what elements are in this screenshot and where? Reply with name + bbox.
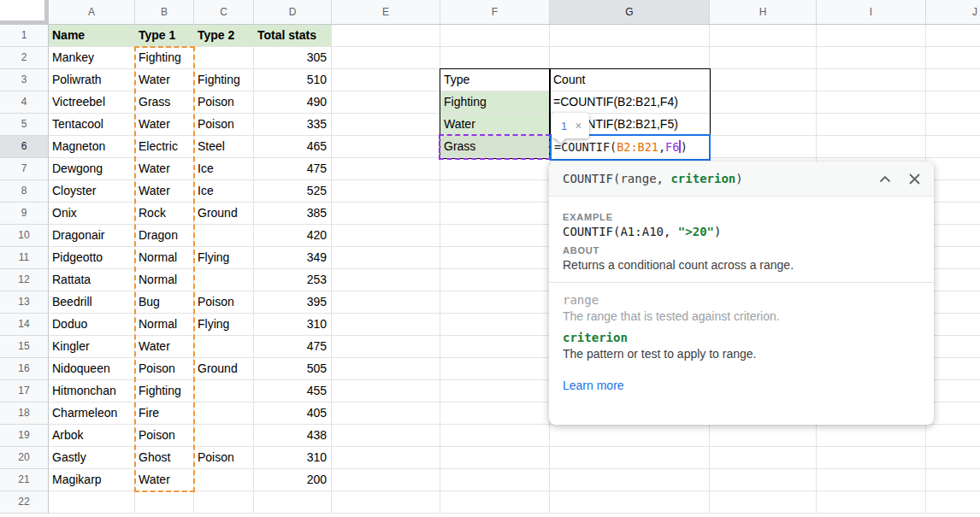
row-header-13[interactable]: 13 <box>0 291 49 314</box>
cell-D17[interactable]: 455 <box>254 380 332 402</box>
cell-F13[interactable] <box>440 291 550 314</box>
column-header-G[interactable]: G <box>550 0 710 25</box>
cell-J17[interactable] <box>926 380 980 402</box>
cell-E9[interactable] <box>332 203 440 225</box>
row-header-20[interactable]: 20 <box>0 447 49 469</box>
row-header-12[interactable]: 12 <box>0 269 49 291</box>
cell-C4[interactable]: Poison <box>194 91 254 114</box>
row-header-2[interactable]: 2 <box>0 47 49 69</box>
cell-J3[interactable] <box>926 69 980 91</box>
cell-F10[interactable] <box>440 225 550 247</box>
cell-F11[interactable] <box>440 247 550 269</box>
column-header-F[interactable]: F <box>440 0 550 25</box>
cell-H19[interactable] <box>710 425 817 447</box>
cell-D6[interactable]: 465 <box>254 136 332 158</box>
cell-E12[interactable] <box>332 269 440 291</box>
cell-J9[interactable] <box>926 203 980 225</box>
row-header-21[interactable]: 21 <box>0 469 49 491</box>
cell-I3[interactable] <box>817 69 926 91</box>
cell-F19[interactable] <box>440 425 550 447</box>
cell-C22[interactable] <box>194 491 254 514</box>
cell-B11[interactable]: Normal <box>135 247 194 269</box>
row-header-6[interactable]: 6 <box>0 136 49 158</box>
row-header-1[interactable]: 1 <box>0 25 49 47</box>
cell-D3[interactable]: 510 <box>254 69 332 91</box>
cell-B12[interactable]: Normal <box>135 269 194 291</box>
cell-E8[interactable] <box>332 180 440 203</box>
cell-B19[interactable]: Poison <box>135 425 194 447</box>
row-header-7[interactable]: 7 <box>0 158 49 180</box>
row-header-16[interactable]: 16 <box>0 358 49 380</box>
cell-I22[interactable] <box>817 491 926 514</box>
cell-C15[interactable] <box>194 336 254 358</box>
cell-B5[interactable]: Water <box>135 114 194 136</box>
cell-E22[interactable] <box>332 491 440 514</box>
cell-C8[interactable]: Ice <box>194 180 254 203</box>
cell-I19[interactable] <box>817 425 926 447</box>
cell-H6[interactable] <box>710 136 817 158</box>
cell-J20[interactable] <box>926 447 980 469</box>
cell-G19[interactable] <box>550 425 710 447</box>
cell-A16[interactable]: Nidoqueen <box>49 358 135 380</box>
cell-J15[interactable] <box>926 336 980 358</box>
cell-E2[interactable] <box>332 47 440 69</box>
cell-A7[interactable]: Dewgong <box>49 158 135 180</box>
cell-A21[interactable]: Magikarp <box>49 469 135 491</box>
cell-J11[interactable] <box>926 247 980 269</box>
cell-F18[interactable] <box>440 402 550 425</box>
cell-C5[interactable]: Poison <box>194 114 254 136</box>
cell-F5[interactable]: Water <box>440 114 550 136</box>
cell-B7[interactable]: Water <box>135 158 194 180</box>
column-header-D[interactable]: D <box>254 0 332 25</box>
cell-C18[interactable] <box>194 402 254 425</box>
cell-H1[interactable] <box>710 25 817 47</box>
cell-J5[interactable] <box>926 114 980 136</box>
collapse-chevron-up-icon[interactable] <box>877 171 893 186</box>
close-icon[interactable] <box>906 171 922 186</box>
cell-B6[interactable]: Electric <box>135 136 194 158</box>
row-header-9[interactable]: 9 <box>0 203 49 225</box>
cell-G2[interactable] <box>550 47 710 69</box>
cell-E19[interactable] <box>332 425 440 447</box>
cell-D7[interactable]: 475 <box>254 158 332 180</box>
cell-G4[interactable]: =COUNTIF(B2:B21,F4) <box>550 91 710 114</box>
cell-D4[interactable]: 490 <box>254 91 332 114</box>
cell-C14[interactable]: Flying <box>194 314 254 336</box>
column-header-J[interactable]: J <box>926 0 980 25</box>
cell-E11[interactable] <box>332 247 440 269</box>
cell-F17[interactable] <box>440 380 550 402</box>
cell-J7[interactable] <box>926 158 980 180</box>
cell-B21[interactable]: Water <box>135 469 194 491</box>
cell-H5[interactable] <box>710 114 817 136</box>
cell-F3[interactable]: Type <box>440 69 550 91</box>
row-header-15[interactable]: 15 <box>0 336 49 358</box>
cell-A11[interactable]: Pidgeotto <box>49 247 135 269</box>
cell-C13[interactable]: Poison <box>194 291 254 314</box>
cell-H3[interactable] <box>710 69 817 91</box>
cell-I20[interactable] <box>817 447 926 469</box>
cell-J4[interactable] <box>926 91 980 114</box>
cell-I6[interactable] <box>817 136 926 158</box>
cell-B16[interactable]: Poison <box>135 358 194 380</box>
cell-J2[interactable] <box>926 47 980 69</box>
cell-B4[interactable]: Grass <box>135 91 194 114</box>
row-header-22[interactable]: 22 <box>0 491 49 514</box>
cell-I4[interactable] <box>817 91 926 114</box>
cell-B20[interactable]: Ghost <box>135 447 194 469</box>
cell-H2[interactable] <box>710 47 817 69</box>
cell-B10[interactable]: Dragon <box>135 225 194 247</box>
cell-B15[interactable]: Water <box>135 336 194 358</box>
cell-G20[interactable] <box>550 447 710 469</box>
cell-I21[interactable] <box>817 469 926 491</box>
cell-A14[interactable]: Doduo <box>49 314 135 336</box>
column-header-I[interactable]: I <box>817 0 926 25</box>
cell-A3[interactable]: Poliwrath <box>49 69 135 91</box>
cell-H21[interactable] <box>710 469 817 491</box>
cell-I2[interactable] <box>817 47 926 69</box>
row-header-17[interactable]: 17 <box>0 380 49 402</box>
cell-J14[interactable] <box>926 314 980 336</box>
cell-F7[interactable] <box>440 158 550 180</box>
cell-B1[interactable]: Type 1 <box>135 25 194 47</box>
cell-D18[interactable]: 405 <box>254 402 332 425</box>
cell-G1[interactable] <box>550 25 710 47</box>
